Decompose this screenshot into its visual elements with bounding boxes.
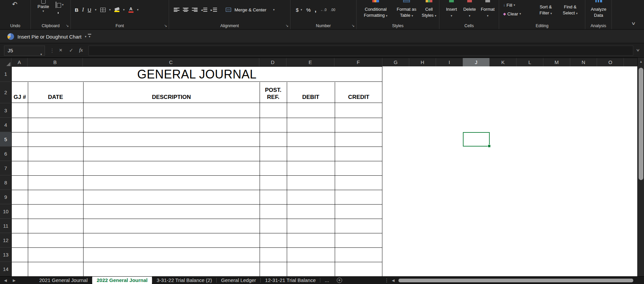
column-header-f[interactable]: F: [334, 58, 382, 67]
insert-pie-chart-button[interactable]: Insert Pie or Doughnut Chart ▾: [7, 30, 86, 43]
clipboard-dialog-launcher[interactable]: ↘: [66, 23, 69, 28]
currency-format-button[interactable]: $: [296, 7, 299, 13]
decrease-indent-icon[interactable]: ◂: [201, 8, 207, 12]
sheet-tab-2021-general-journal[interactable]: 2021 General Journal: [35, 277, 92, 284]
currency-chevron-icon[interactable]: ▾: [301, 8, 302, 11]
decrease-decimal-button[interactable]: .00: [331, 8, 335, 12]
underline-button[interactable]: U: [88, 7, 91, 13]
row-header-5[interactable]: 5: [0, 132, 11, 147]
column-header-o[interactable]: O: [597, 58, 624, 67]
row-header-14[interactable]: 14: [0, 262, 11, 276]
align-right-icon[interactable]: [192, 8, 198, 12]
copy-icon[interactable]: [56, 2, 56, 8]
fill-button[interactable]: ↓ Fill ▾: [503, 2, 515, 8]
sheet-tab-12-31-21-trial-balance[interactable]: 12-31-21 Trial Balance: [261, 277, 320, 284]
merge-center-button[interactable]: Merge & Center: [234, 7, 266, 12]
row-header-13[interactable]: 13: [0, 247, 11, 262]
expand-formula-bar-icon[interactable]: ∨: [636, 48, 640, 52]
clear-button[interactable]: ◆ Clear ▾: [503, 11, 521, 17]
row-header-11[interactable]: 11: [0, 219, 11, 233]
column-header-e[interactable]: E: [286, 58, 334, 67]
sheet-tab-3-31-22-trial-balance[interactable]: 3-31-22 Trial Balance (2): [152, 277, 216, 284]
sort-filter-button[interactable]: Sort & Filter ▾: [535, 0, 557, 16]
cell-styles-button[interactable]: Cell Styles ▾: [420, 0, 438, 18]
font-color-chevron-icon[interactable]: ▾: [137, 8, 139, 11]
row-header-3[interactable]: 3: [0, 103, 11, 118]
select-all-corner[interactable]: [0, 58, 11, 67]
number-dialog-launcher[interactable]: ↘: [352, 23, 355, 28]
column-header-h[interactable]: H: [409, 58, 436, 67]
scroll-up-icon[interactable]: ▲: [638, 60, 644, 63]
borders-chevron-icon[interactable]: ▾: [109, 8, 111, 11]
fill-color-button[interactable]: [114, 8, 119, 12]
vertical-scrollbar-thumb[interactable]: [639, 68, 643, 180]
journal-empty-rows[interactable]: [12, 104, 382, 277]
cancel-icon[interactable]: ×: [59, 47, 62, 54]
increase-indent-icon[interactable]: ▸: [211, 8, 217, 12]
insert-cells-button[interactable]: Insert ▾: [443, 0, 460, 18]
sheet-tab-2022-general-journal[interactable]: 2022 General Journal: [92, 277, 152, 284]
copy-chevron-icon[interactable]: ▾: [62, 3, 64, 6]
format-as-table-button[interactable]: Format as Table ▾: [394, 0, 419, 18]
font-color-button[interactable]: A: [128, 7, 133, 13]
tab-scroll-left-icon[interactable]: ◀: [4, 278, 7, 283]
column-header-j[interactable]: J: [463, 58, 490, 67]
column-header-n[interactable]: N: [570, 58, 597, 67]
row-header-1[interactable]: 1: [0, 66, 11, 82]
tab-scroll-right-icon[interactable]: ▶: [13, 278, 15, 283]
paste-button[interactable]: Paste ▾: [36, 0, 50, 13]
analyze-data-button[interactable]: Analyze Data: [588, 0, 609, 18]
collapse-ribbon-icon[interactable]: ∨: [631, 21, 636, 26]
percent-format-button[interactable]: %: [306, 7, 311, 13]
conditional-formatting-button[interactable]: Conditional Formatting ▾: [361, 0, 391, 18]
sheet-canvas[interactable]: GENERAL JOURNAL GJ # DATE DESCRIPTION PO…: [11, 66, 637, 276]
column-header-c[interactable]: C: [83, 58, 259, 67]
align-center-icon[interactable]: [183, 8, 189, 12]
name-box[interactable]: J5 ▾: [4, 46, 45, 56]
row-header-4[interactable]: 4: [0, 118, 11, 132]
column-header-m[interactable]: M: [543, 58, 570, 67]
column-header-d[interactable]: D: [259, 58, 286, 67]
vertical-scrollbar[interactable]: ▲: [637, 58, 644, 276]
merge-center-chevron-icon[interactable]: ▾: [273, 8, 275, 11]
row-header-2[interactable]: 2: [0, 82, 11, 103]
sheet-tab-general-ledger[interactable]: General Ledger: [217, 277, 260, 284]
horizontal-scrollbar-thumb[interactable]: [398, 279, 633, 282]
formula-input[interactable]: [89, 46, 633, 56]
insert-function-icon[interactable]: fx: [79, 47, 83, 53]
undo-icon[interactable]: ↶: [12, 0, 17, 8]
row-header-12[interactable]: 12: [0, 233, 11, 247]
increase-decimal-button[interactable]: ←.0: [320, 8, 326, 12]
bold-button[interactable]: B: [75, 7, 78, 13]
comma-format-button[interactable]: ,: [315, 6, 316, 13]
row-header-8[interactable]: 8: [0, 175, 11, 190]
ribbon-group-undo: ↶ Undo: [0, 0, 31, 29]
column-header-g[interactable]: G: [382, 58, 409, 67]
hscroll-left-icon[interactable]: ◀: [392, 278, 394, 283]
find-select-button[interactable]: Find & Select ▾: [559, 0, 581, 16]
row-header-9[interactable]: 9: [0, 190, 11, 204]
alignment-dialog-launcher[interactable]: ↘: [285, 23, 288, 28]
customize-quick-access-icon[interactable]: ▾: [88, 34, 91, 38]
column-header-l[interactable]: L: [517, 58, 543, 67]
underline-chevron-icon[interactable]: ▾: [95, 8, 97, 11]
italic-button[interactable]: I: [82, 7, 84, 13]
sheet-tab-more[interactable]: ...: [320, 277, 333, 284]
selected-cell-j5[interactable]: [463, 132, 490, 147]
row-header-10[interactable]: 10: [0, 204, 11, 219]
font-dialog-launcher[interactable]: ↘: [164, 23, 167, 28]
column-header-b[interactable]: B: [28, 58, 83, 67]
fill-color-chevron-icon[interactable]: ▾: [123, 8, 125, 11]
delete-cells-button[interactable]: Delete ▾: [461, 0, 478, 18]
row-header-7[interactable]: 7: [0, 161, 11, 175]
tabbar-kebab-icon[interactable]: ⋮: [384, 278, 389, 283]
enter-icon[interactable]: ✓: [69, 47, 73, 53]
row-header-6[interactable]: 6: [0, 147, 11, 161]
format-cells-button[interactable]: Format ▾: [479, 0, 496, 18]
borders-icon[interactable]: [100, 8, 106, 12]
new-sheet-button[interactable]: +: [337, 278, 342, 283]
column-header-k[interactable]: K: [490, 58, 517, 67]
column-header-a[interactable]: A: [11, 58, 28, 67]
column-header-i[interactable]: I: [436, 58, 463, 67]
align-left-icon[interactable]: [174, 8, 179, 12]
